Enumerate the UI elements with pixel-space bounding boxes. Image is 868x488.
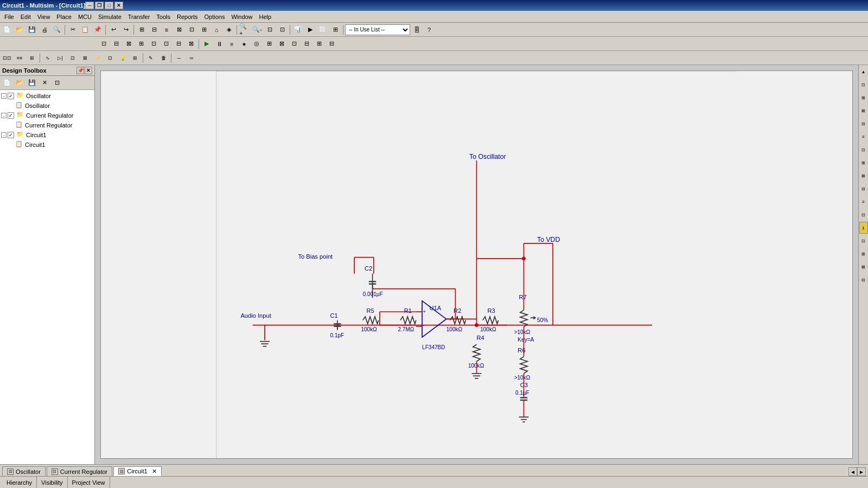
junction-btn[interactable]: ⊞ (198, 24, 210, 36)
spreadsheet-btn[interactable]: ⊟ (148, 24, 160, 36)
tab-circuit1[interactable]: ⊡ Circuit1 ✕ (113, 466, 161, 476)
design-btn2[interactable]: ⊟ (110, 38, 122, 50)
menu-simulate[interactable]: Simulate (95, 12, 125, 21)
tree-circuit1-child[interactable]: 📋 Circuit1 (1, 140, 93, 150)
open-btn[interactable]: 📂 (14, 24, 25, 36)
design-btn3[interactable]: ⊠ (123, 38, 135, 50)
sim-setting2[interactable]: ⊠ (276, 38, 288, 50)
tree-circuit1-root[interactable]: - 📁 Circuit1 (1, 130, 93, 140)
zoom-out-btn[interactable]: 🔍- (251, 24, 263, 36)
menu-help[interactable]: Help (256, 12, 275, 21)
menu-edit[interactable]: Edit (17, 12, 34, 21)
menu-options[interactable]: Options (201, 12, 228, 21)
right-btn-2[interactable]: ⊡ (859, 79, 868, 91)
tree-current-regulator-child[interactable]: 📋 Current Regulator (1, 120, 93, 130)
new-design-btn[interactable]: 📄 (1, 77, 13, 89)
right-btn-4[interactable]: ⊠ (859, 105, 868, 117)
graph-btn[interactable]: 📊 (292, 24, 304, 36)
design-btn7[interactable]: ⊟ (173, 38, 184, 50)
in-use-list[interactable]: -- In Use List -- (345, 24, 410, 35)
right-btn-9[interactable]: ⊠ (859, 170, 868, 182)
place-transistor[interactable]: ⊡ (67, 52, 79, 64)
tab-nav-left[interactable]: ◄ (848, 467, 857, 476)
place-diode[interactable]: ▷| (54, 52, 66, 64)
place-btn1[interactable]: ⊡⊡ (1, 52, 13, 64)
place-indicator[interactable]: 💡 (117, 52, 129, 64)
redo-btn[interactable]: ↪ (120, 24, 132, 36)
menu-transfer[interactable]: Transfer (125, 12, 154, 21)
zoom-fit-btn[interactable]: ⊡ (264, 24, 276, 36)
component-btn[interactable]: ⊞ (136, 24, 148, 36)
place-basic[interactable]: ∿ (42, 52, 54, 64)
hierarchy-tab[interactable]: Hierarchy (2, 477, 37, 488)
open-design-btn[interactable]: 📂 (14, 77, 25, 89)
design-btn1[interactable]: ⊡ (98, 38, 110, 50)
right-btn-11[interactable]: ≡ (859, 196, 868, 208)
bus-btn[interactable]: ⊠ (173, 24, 185, 36)
menu-tools[interactable]: Tools (153, 12, 174, 21)
place-power[interactable]: ⚡ (92, 52, 104, 64)
expand-oscillator[interactable]: - (1, 93, 7, 99)
right-btn-10[interactable]: ⊟ (859, 183, 868, 195)
edit-mode[interactable]: ✎ (145, 52, 157, 64)
circuit1-tab-close[interactable]: ✕ (152, 468, 157, 475)
save-design-btn[interactable]: 💾 (26, 77, 38, 89)
pause-btn[interactable]: ⏸ (213, 38, 225, 50)
clock-btn[interactable]: ◎ (251, 38, 263, 50)
right-btn-5[interactable]: ⊟ (859, 118, 868, 130)
sim-setting4[interactable]: ⊟ (301, 38, 312, 50)
zoom-area-btn[interactable]: ⊡ (276, 24, 288, 36)
right-btn-7[interactable]: ⊡ (859, 144, 868, 156)
sim-setting6[interactable]: ⊟ (326, 38, 337, 50)
delete-btn[interactable]: 🗑 (157, 52, 169, 64)
cut-btn[interactable]: ✂ (67, 24, 79, 36)
copy-btn[interactable]: 📋 (79, 24, 91, 36)
tree-oscillator-child[interactable]: 📋 Oscillator (1, 101, 93, 111)
tab-oscillator[interactable]: ⊡ Oscillator (2, 466, 46, 476)
tab-nav-right[interactable]: ► (857, 467, 866, 476)
project-view-tab[interactable]: Project View (68, 477, 110, 488)
place-btn2[interactable]: ≡≡ (14, 52, 25, 64)
expand-circuit1[interactable]: - (1, 132, 7, 138)
wire-btn[interactable]: ⊡ (186, 24, 197, 36)
place-btn3[interactable]: ⊞ (26, 52, 38, 64)
minimize-button[interactable]: ─ (85, 2, 94, 9)
sim-setting3[interactable]: ⊡ (288, 38, 300, 50)
sim-setting1[interactable]: ⊞ (263, 38, 275, 50)
tree-current-regulator-root[interactable]: - 📁 Current Regulator (1, 111, 93, 120)
print-preview-btn[interactable]: 🔍 (51, 24, 63, 36)
menu-reports[interactable]: Reports (174, 12, 201, 21)
print-btn[interactable]: 🖨 (39, 24, 50, 36)
sidebar-close-btn[interactable]: ✕ (85, 67, 92, 74)
check-current-regulator[interactable] (8, 112, 14, 119)
indicator-btn[interactable]: ● (238, 38, 250, 50)
help-btn[interactable]: ? (423, 24, 435, 36)
right-btn-1[interactable]: ▲ (859, 66, 868, 78)
right-btn-special[interactable]: 1 (859, 222, 868, 234)
design-btn6[interactable]: ⊡ (160, 38, 172, 50)
tab-current-regulator[interactable]: ⊡ Current Regulator (47, 466, 112, 476)
tree-oscillator-root[interactable]: - 📁 Oscillator (1, 91, 93, 101)
place-misc[interactable]: ⊞ (129, 52, 141, 64)
right-btn-15[interactable]: ⊠ (859, 261, 868, 273)
design-btn4[interactable]: ⊞ (135, 38, 147, 50)
design-list-btn[interactable]: ⊡ (51, 77, 63, 89)
menu-mcu[interactable]: MCU (75, 12, 95, 21)
bus-mode[interactable]: ═ (186, 52, 197, 64)
database-btn[interactable]: 🗄 (411, 24, 423, 36)
right-btn-8[interactable]: ⊞ (859, 157, 868, 169)
ladder-btn[interactable]: ⊞ (329, 24, 341, 36)
right-btn-16[interactable]: ⊟ (859, 274, 868, 286)
paste-btn[interactable]: 📌 (92, 24, 104, 36)
netlist-btn[interactable]: ≡ (161, 24, 173, 36)
probe-btn[interactable]: ⌂ (210, 24, 222, 36)
right-btn-3[interactable]: ⊞ (859, 92, 868, 104)
sim-btn[interactable]: ▶ (304, 24, 316, 36)
close-design-btn[interactable]: ✕ (39, 77, 50, 89)
place-ic[interactable]: ⊠ (79, 52, 91, 64)
run-btn[interactable]: ▶ (201, 38, 213, 50)
new-btn[interactable]: 📄 (1, 24, 13, 36)
right-btn-13[interactable]: ⊡ (859, 235, 868, 247)
zoom-in-btn[interactable]: 🔍+ (239, 24, 251, 36)
menu-window[interactable]: Window (228, 12, 256, 21)
